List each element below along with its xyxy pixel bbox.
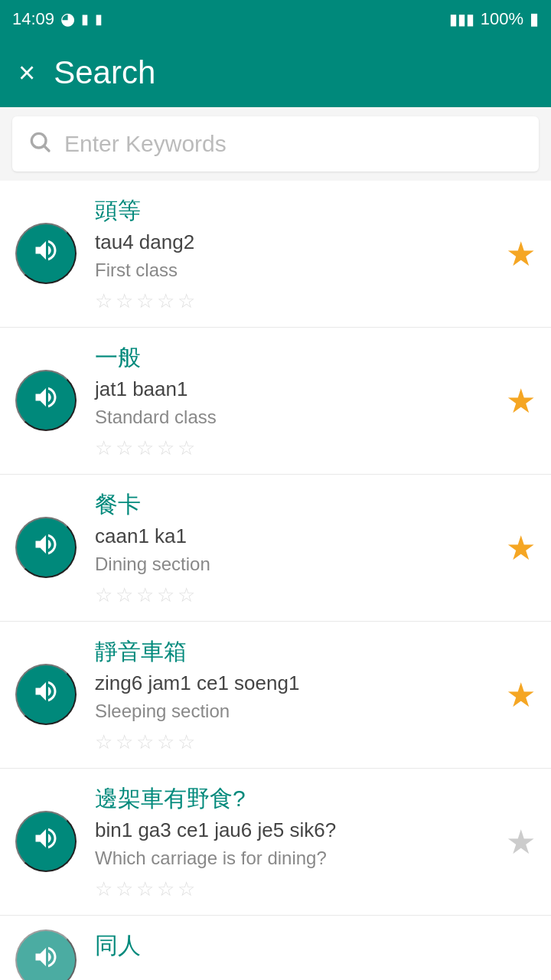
- battery-icon-small: ▮: [95, 11, 103, 28]
- favorite-star[interactable]: ★: [506, 822, 536, 861]
- item-content: 同⼈: [95, 929, 536, 962]
- favorite-star[interactable]: ★: [506, 381, 536, 420]
- star-5[interactable]: ☆: [178, 877, 195, 901]
- speaker-icon: [32, 237, 60, 270]
- item-romanization: jat1 baan1: [95, 375, 497, 403]
- star-5[interactable]: ☆: [178, 436, 195, 460]
- page-title: Search: [54, 54, 155, 91]
- item-content: 邊架車有野食? bin1 ga3 ce1 jau6 je5 sik6? Whic…: [95, 782, 497, 901]
- item-english: First class: [95, 257, 497, 283]
- star-2[interactable]: ☆: [116, 583, 133, 607]
- speaker-icon: [32, 678, 60, 711]
- star-1[interactable]: ☆: [95, 289, 112, 313]
- rating-stars: ☆ ☆ ☆ ☆ ☆: [95, 583, 497, 607]
- item-chinese: 一般: [95, 341, 497, 374]
- star-3[interactable]: ☆: [136, 289, 154, 313]
- star-1[interactable]: ☆: [95, 583, 112, 607]
- speaker-icon: [32, 943, 60, 977]
- item-content: 一般 jat1 baan1 Standard class ☆ ☆ ☆ ☆ ☆: [95, 341, 497, 460]
- list-item: 一般 jat1 baan1 Standard class ☆ ☆ ☆ ☆ ☆ ★: [0, 328, 551, 475]
- item-chinese: 靜音車箱: [95, 635, 497, 668]
- close-button[interactable]: ×: [18, 58, 35, 87]
- rating-stars: ☆ ☆ ☆ ☆ ☆: [95, 436, 497, 460]
- speaker-button[interactable]: [15, 223, 77, 284]
- item-chinese: 頭等: [95, 194, 497, 227]
- star-2[interactable]: ☆: [116, 436, 133, 460]
- speaker-button[interactable]: [15, 664, 77, 725]
- item-romanization: tau4 dang2: [95, 228, 497, 256]
- star-1[interactable]: ☆: [95, 436, 112, 460]
- star-1[interactable]: ☆: [95, 877, 112, 901]
- star-2[interactable]: ☆: [116, 877, 133, 901]
- item-chinese: 同⼈: [95, 929, 536, 962]
- star-4[interactable]: ☆: [157, 730, 174, 754]
- speaker-button[interactable]: [15, 517, 77, 578]
- star-5[interactable]: ☆: [178, 730, 195, 754]
- list-item-partial: 同⼈: [0, 916, 551, 980]
- battery-percent: 100%: [481, 9, 523, 29]
- speaker-button[interactable]: [15, 370, 77, 431]
- star-4[interactable]: ☆: [157, 583, 174, 607]
- favorite-star[interactable]: ★: [506, 675, 536, 714]
- star-2[interactable]: ☆: [116, 730, 133, 754]
- item-english: Which carriage is for dining?: [95, 845, 497, 871]
- battery-icon: ▮: [530, 9, 539, 29]
- star-3[interactable]: ☆: [136, 583, 154, 607]
- favorite-star[interactable]: ★: [506, 234, 536, 273]
- search-bar: [12, 116, 539, 172]
- speaker-icon: [32, 384, 60, 417]
- app-header: × Search: [0, 38, 551, 107]
- list-item: 邊架車有野食? bin1 ga3 ce1 jau6 je5 sik6? Whic…: [0, 769, 551, 916]
- list-item: 靜音車箱 zing6 jam1 ce1 soeng1 Sleeping sect…: [0, 622, 551, 769]
- search-icon: [28, 129, 52, 159]
- speaker-button[interactable]: [15, 929, 77, 980]
- item-romanization: caan1 ka1: [95, 522, 497, 550]
- sim-icon: ◕: [60, 9, 75, 29]
- star-3[interactable]: ☆: [136, 730, 154, 754]
- favorite-star[interactable]: ★: [506, 528, 536, 567]
- status-bar: 14:09 ◕ ▮ ▮ ▮▮▮ 100% ▮: [0, 0, 551, 38]
- item-content: 餐卡 caan1 ka1 Dining section ☆ ☆ ☆ ☆ ☆: [95, 488, 497, 607]
- status-time: 14:09: [12, 9, 54, 29]
- item-content: 靜音車箱 zing6 jam1 ce1 soeng1 Sleeping sect…: [95, 635, 497, 754]
- star-4[interactable]: ☆: [157, 877, 174, 901]
- list-item: 餐卡 caan1 ka1 Dining section ☆ ☆ ☆ ☆ ☆ ★: [0, 475, 551, 622]
- item-english: Standard class: [95, 404, 497, 430]
- speaker-icon: [32, 825, 60, 858]
- search-input[interactable]: [64, 131, 523, 157]
- item-chinese: 邊架車有野食?: [95, 782, 497, 815]
- star-3[interactable]: ☆: [136, 877, 154, 901]
- item-romanization: zing6 jam1 ce1 soeng1: [95, 669, 497, 697]
- item-chinese: 餐卡: [95, 488, 497, 521]
- star-1[interactable]: ☆: [95, 730, 112, 754]
- list-item: 頭等 tau4 dang2 First class ☆ ☆ ☆ ☆ ☆ ★: [0, 181, 551, 328]
- vocabulary-list: 頭等 tau4 dang2 First class ☆ ☆ ☆ ☆ ☆ ★ 一般: [0, 181, 551, 980]
- rating-stars: ☆ ☆ ☆ ☆ ☆: [95, 877, 497, 901]
- status-left: 14:09 ◕ ▮ ▮: [12, 9, 103, 29]
- nfc-icon: ▮: [81, 11, 89, 28]
- item-romanization: bin1 ga3 ce1 jau6 je5 sik6?: [95, 816, 497, 844]
- status-right: ▮▮▮ 100% ▮: [449, 9, 539, 29]
- rating-stars: ☆ ☆ ☆ ☆ ☆: [95, 730, 497, 754]
- item-content: 頭等 tau4 dang2 First class ☆ ☆ ☆ ☆ ☆: [95, 194, 497, 313]
- star-4[interactable]: ☆: [157, 436, 174, 460]
- star-5[interactable]: ☆: [178, 289, 195, 313]
- star-4[interactable]: ☆: [157, 289, 174, 313]
- rating-stars: ☆ ☆ ☆ ☆ ☆: [95, 289, 497, 313]
- item-english: Dining section: [95, 551, 497, 577]
- star-3[interactable]: ☆: [136, 436, 154, 460]
- svg-line-1: [44, 146, 49, 151]
- speaker-icon: [32, 531, 60, 564]
- star-5[interactable]: ☆: [178, 583, 195, 607]
- signal-icon: ▮▮▮: [449, 10, 474, 28]
- star-2[interactable]: ☆: [116, 289, 133, 313]
- speaker-button[interactable]: [15, 811, 77, 872]
- item-english: Sleeping section: [95, 698, 497, 724]
